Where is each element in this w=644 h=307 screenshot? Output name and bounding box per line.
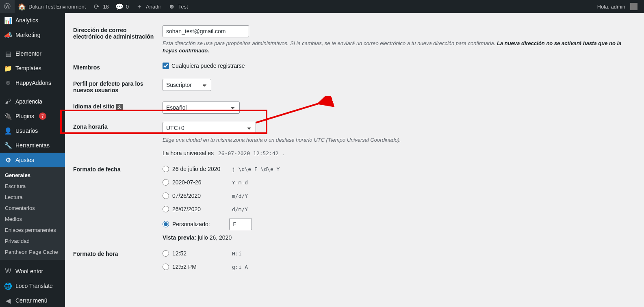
timezone-help: Elige una ciudad en tu misma zona horari… xyxy=(163,136,636,144)
comments-count: 0 xyxy=(126,4,129,10)
settings-submenu: Generales Escritura Lectura Comentarios … xyxy=(0,167,65,260)
menu-appearance[interactable]: 🖌Apariencia xyxy=(0,94,65,109)
submenu-writing[interactable]: Escritura xyxy=(0,181,65,192)
admin-sidebar: 📊Analytics 📣Marketing ▤Elementor 📁Templa… xyxy=(0,13,65,296)
translate-icon: 🌐 xyxy=(4,282,12,290)
happy-icon: ☺ xyxy=(4,79,12,87)
utc-time-line: La hora universal es 26-07-2020 12:52:42… xyxy=(163,150,636,156)
menu-settings[interactable]: ⚙Ajustes xyxy=(0,153,65,167)
utc-time-value: 26-07-2020 12:52:42 xyxy=(215,149,282,158)
wordpress-icon: ⓦ xyxy=(3,2,11,11)
avatar-icon xyxy=(630,3,637,10)
plug-icon: 🔌 xyxy=(4,112,12,120)
settings-form: Dirección de correo electrónico de admin… xyxy=(65,13,644,296)
date-preview: Vista previa: julio 26, 2020 xyxy=(163,234,636,241)
comment-icon: 💬 xyxy=(115,2,124,11)
elementor-icon: ▤ xyxy=(4,50,12,58)
submenu-discussion[interactable]: Comentarios xyxy=(0,203,65,214)
admin-toolbar: ⓦ 🏠Dokan Test Environment ⟳18 💬0 ＋Añadir… xyxy=(0,0,644,13)
date-format-radio-3[interactable] xyxy=(163,206,169,212)
menu-plugins[interactable]: 🔌Plugins7 xyxy=(0,109,65,123)
admin-email-help: Esta dirección se usa para propósitos ad… xyxy=(163,40,636,54)
menu-collapse[interactable]: ◀Cerrar menú xyxy=(0,293,65,296)
menu-loco[interactable]: 🌐Loco Translate xyxy=(0,279,65,293)
test-link[interactable]: ☻Test xyxy=(165,0,191,13)
users-icon: 👤 xyxy=(4,127,12,135)
menu-elementor[interactable]: ▤Elementor xyxy=(0,46,65,61)
menu-happyaddons[interactable]: ☺HappyAddons xyxy=(0,76,65,90)
submenu-privacy[interactable]: Privacidad xyxy=(0,236,65,246)
menu-woolentor[interactable]: WWooLentor xyxy=(0,264,65,279)
wrench-icon: 🔧 xyxy=(4,141,12,149)
menu-tools[interactable]: 🔧Herramientas xyxy=(0,138,65,153)
time-format-label: Formato de hora xyxy=(73,249,163,257)
membership-checkbox-label: Cualquiera puede registrarse xyxy=(171,63,245,69)
admin-email-input[interactable] xyxy=(163,25,249,37)
site-language-label: Idioma del sitio文 xyxy=(73,102,163,110)
face-icon: ☻ xyxy=(168,2,176,11)
time-format-radio-1[interactable] xyxy=(163,264,169,270)
date-format-label: Formato de fecha xyxy=(73,164,163,173)
submenu-pantheon[interactable]: Pantheon Page Cache xyxy=(0,246,65,257)
membership-label: Miembros xyxy=(73,63,163,71)
sliders-icon: ⚙ xyxy=(4,156,12,164)
submenu-reading[interactable]: Lectura xyxy=(0,192,65,203)
menu-users[interactable]: 👤Usuarios xyxy=(0,123,65,138)
megaphone-icon: 📣 xyxy=(4,31,12,39)
updates-link[interactable]: ⟳18 xyxy=(89,0,112,13)
site-language-select[interactable]: Español xyxy=(163,102,240,114)
site-name: Dokan Test Environment xyxy=(28,4,86,10)
comments-link[interactable]: 💬0 xyxy=(112,0,132,13)
test-label: Test xyxy=(178,4,188,10)
timezone-label: Zona horaria xyxy=(73,122,163,130)
membership-checkbox-row[interactable]: Cualquiera puede registrarse xyxy=(163,63,636,69)
account-link[interactable]: Hola, admin xyxy=(594,0,641,13)
timezone-select[interactable]: UTC+0 xyxy=(163,122,256,134)
menu-templates[interactable]: 📁Templates xyxy=(0,61,65,76)
date-format-custom-input[interactable] xyxy=(229,218,252,230)
default-role-label: Perfil por defecto para los nuevos usuar… xyxy=(73,79,163,93)
date-format-radio-1[interactable] xyxy=(163,179,169,186)
time-format-radio-0[interactable] xyxy=(163,250,169,257)
updates-icon: ⟳ xyxy=(92,2,100,11)
chart-icon: 📊 xyxy=(4,16,12,24)
brush-icon: 🖌 xyxy=(4,97,12,106)
wp-logo[interactable]: ⓦ xyxy=(0,0,15,13)
folder-icon: 📁 xyxy=(4,64,12,72)
submenu-media[interactable]: Medios xyxy=(0,214,65,225)
submenu-general[interactable]: Generales xyxy=(0,170,65,181)
date-format-radio-custom[interactable] xyxy=(163,221,169,227)
add-new-link[interactable]: ＋Añadir xyxy=(132,0,165,13)
site-link[interactable]: 🏠Dokan Test Environment xyxy=(15,0,89,13)
menu-marketing[interactable]: 📣Marketing xyxy=(0,28,65,42)
add-new-label: Añadir xyxy=(146,4,161,10)
home-icon: 🏠 xyxy=(18,2,26,11)
membership-checkbox[interactable] xyxy=(163,63,169,69)
menu-analytics[interactable]: 📊Analytics xyxy=(0,13,65,28)
translate-small-icon: 文 xyxy=(116,104,123,110)
plugins-badge: 7 xyxy=(39,112,46,120)
updates-count: 18 xyxy=(103,4,108,10)
woolentor-icon: W xyxy=(4,267,12,275)
plus-icon: ＋ xyxy=(135,2,143,11)
submenu-permalinks[interactable]: Enlaces permanentes xyxy=(0,225,65,236)
date-format-radio-2[interactable] xyxy=(163,192,169,199)
admin-email-label: Dirección de correo electrónico de admin… xyxy=(73,25,163,40)
date-format-radio-0[interactable] xyxy=(163,166,169,172)
greeting: Hola, admin xyxy=(597,4,625,10)
default-role-select[interactable]: Suscriptor xyxy=(163,79,211,91)
